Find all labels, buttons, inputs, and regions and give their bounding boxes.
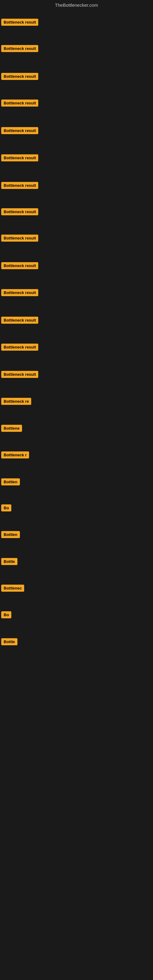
result-row: Bottle (0, 557, 19, 568)
result-row: Bottlenec (0, 584, 26, 594)
result-row: Bottleneck r (0, 450, 30, 461)
bottleneck-badge[interactable]: Bo (1, 611, 11, 618)
result-row: Bottleneck result (0, 98, 40, 109)
result-row: Bottleneck result (0, 72, 40, 83)
bottleneck-badge[interactable]: Bottleneck result (1, 182, 38, 189)
bottleneck-badge[interactable]: Bottleneck result (1, 127, 38, 134)
result-row: Bottleneck result (0, 181, 40, 191)
bottleneck-badge[interactable]: Bottleneck result (1, 100, 38, 107)
bottleneck-badge[interactable]: Bo (1, 504, 11, 511)
result-row: Bottleneck result (0, 207, 40, 218)
bottleneck-badge[interactable]: Bottleneck result (1, 344, 38, 351)
result-row: Bottleneck result (0, 44, 40, 54)
bottleneck-badge[interactable]: Bottleneck result (1, 73, 38, 80)
result-row: Bo (0, 610, 13, 621)
bottleneck-badge[interactable]: Bottleneck result (1, 154, 38, 161)
bottleneck-badge[interactable]: Bottle (1, 558, 18, 565)
bottleneck-badge[interactable]: Bottlenec (1, 585, 24, 592)
result-row: Bottleneck re (0, 396, 32, 407)
bottleneck-badge[interactable]: Bottleneck result (1, 262, 38, 269)
bottleneck-badge[interactable]: Bottleneck result (1, 371, 38, 378)
bottleneck-badge[interactable]: Bottlen (1, 531, 20, 538)
result-row: Bottle (0, 637, 19, 648)
site-title: TheBottlenecker.com (0, 0, 153, 11)
result-row: Bottleneck result (0, 315, 40, 326)
bottleneck-badge[interactable]: Bottleneck result (1, 19, 38, 26)
result-row: Bottleneck result (0, 126, 40, 137)
result-row: Bottleneck result (0, 342, 40, 353)
bottleneck-badge[interactable]: Bottlene (1, 425, 22, 432)
bottleneck-badge[interactable]: Bottle (1, 638, 18, 645)
result-row: Bottlen (0, 530, 21, 541)
result-row: Bottleneck result (0, 261, 40, 272)
result-row: Bottleneck result (0, 233, 40, 244)
bottleneck-badge[interactable]: Bottlen (1, 478, 20, 485)
bottleneck-badge[interactable]: Bottleneck result (1, 317, 38, 324)
result-row: Bottleneck result (0, 18, 40, 28)
bottleneck-badge[interactable]: Bottleneck r (1, 452, 29, 458)
result-row: Bottleneck result (0, 288, 40, 299)
bottleneck-badge[interactable]: Bottleneck result (1, 235, 38, 242)
result-row: Bottleneck result (0, 153, 40, 164)
bottleneck-badge[interactable]: Bottleneck re (1, 398, 31, 405)
result-row: Bottlen (0, 477, 21, 488)
result-row: Bottlene (0, 423, 23, 434)
result-row: Bottleneck result (0, 370, 40, 380)
bottleneck-badge[interactable]: Bottleneck result (1, 289, 38, 296)
bottleneck-badge[interactable]: Bottleneck result (1, 45, 38, 52)
bottleneck-badge[interactable]: Bottleneck result (1, 208, 38, 215)
result-row: Bo (0, 503, 13, 514)
page-container: TheBottlenecker.com Bottleneck resultBot… (0, 0, 153, 980)
